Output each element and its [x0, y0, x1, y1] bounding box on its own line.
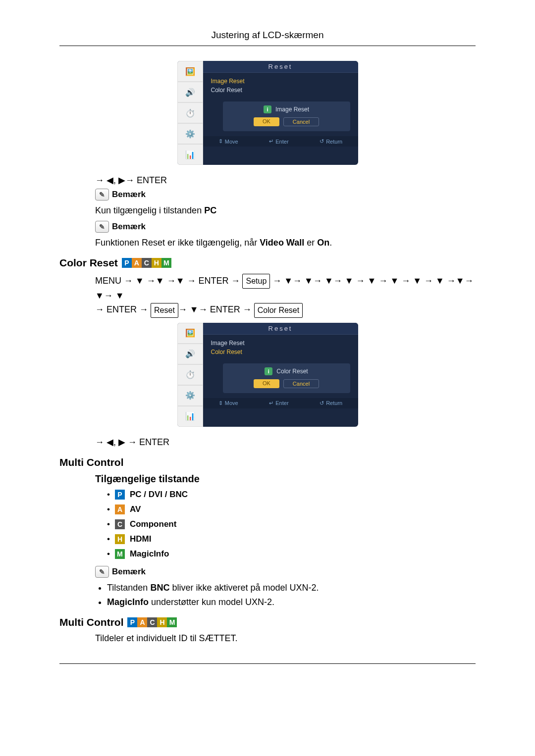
osd-item: Color Reset: [211, 348, 352, 356]
note-label: Bemærk: [112, 190, 146, 200]
ok-button[interactable]: OK: [254, 379, 279, 388]
mode-item: •HHDMI: [107, 534, 476, 544]
osd-footer: ⇕Move ↵Enter ↺Return: [203, 398, 358, 408]
menu-path: MENU → ▼ →▼ →▼ → ENTER → Setup → ▼→ ▼→ ▼…: [95, 274, 476, 318]
osd-item: Image Reset: [211, 77, 352, 86]
note-icon: ✎: [95, 221, 109, 233]
sub-modes: Tilgængelige tilstande: [95, 473, 476, 485]
note-heading: ✎ Bemærk: [95, 221, 476, 233]
badge-c: C: [115, 519, 125, 529]
cancel-button[interactable]: Cancel: [283, 379, 319, 388]
osd-dialog-title: Color Reset: [276, 368, 308, 375]
section-multi-control: Multi Control: [59, 456, 476, 468]
setup-box: Setup: [242, 274, 270, 289]
section-color-reset: Color Reset P A C H M: [59, 257, 476, 269]
note-heading: ✎ Bemærk: [95, 189, 476, 201]
osd-title: Reset: [203, 323, 358, 335]
note-list-item: Tilstanden BNC bliver ikke aktiveret på …: [107, 583, 476, 593]
cancel-button[interactable]: Cancel: [283, 117, 319, 126]
osd-dialog: i Color Reset OK Cancel: [223, 363, 350, 393]
badge-a: A: [137, 617, 147, 627]
osd-sidebar-icon: 📊: [177, 144, 203, 165]
info-icon: i: [265, 367, 272, 375]
badge-p: P: [115, 490, 125, 500]
osd-dialog-title: Image Reset: [275, 106, 309, 113]
osd-foot-move: ⇕Move: [218, 138, 238, 145]
note-icon: ✎: [95, 189, 109, 201]
mc-description: Tildeler et individuelt ID til SÆTTET.: [95, 633, 476, 644]
info-icon: i: [264, 105, 271, 113]
nav-sequence: → ◀, ▶ → ENTER: [95, 437, 476, 448]
badge-m: M: [167, 617, 177, 627]
osd-item: Color Reset: [211, 86, 352, 95]
badge-c: C: [142, 258, 152, 268]
note-body: Kun tilgængelig i tilstanden PC: [95, 205, 476, 216]
note-heading: ✎ Bemærk: [95, 566, 476, 578]
badge-h: H: [152, 258, 161, 268]
note-body: Funktionen Reset er ikke tilgængelig, nå…: [95, 238, 476, 248]
osd-foot-enter: ↵Enter: [269, 400, 288, 406]
mode-badges: P A C H M: [122, 258, 171, 268]
badge-m: M: [115, 549, 125, 559]
mode-item: •CComponent: [107, 519, 476, 529]
osd-sidebar-icon: ⚙️: [177, 123, 203, 144]
osd-sidebar: 🖼️ 🔊 ⏱️ ⚙️ 📊: [177, 61, 203, 165]
osd-foot-return: ↺Return: [320, 400, 342, 406]
osd-screenshot-2: 🖼️ 🔊 ⏱️ ⚙️ 📊 Reset Image Reset Color Res…: [59, 323, 476, 427]
osd-sidebar-icon: 📊: [177, 406, 203, 427]
note-label: Bemærk: [112, 222, 146, 232]
badge-p: P: [127, 617, 137, 627]
section-multi-control-2: Multi Control P A C H M: [59, 616, 476, 628]
note-label: Bemærk: [112, 567, 146, 577]
page: Justering af LCD-skærmen 🖼️ 🔊 ⏱️ ⚙️ 📊 Re…: [0, 0, 535, 704]
osd-sidebar-icon: ⏱️: [177, 364, 203, 385]
badge-h: H: [157, 617, 167, 627]
badge-c: C: [147, 617, 157, 627]
osd-foot-enter: ↵Enter: [269, 138, 288, 145]
page-title: Justering af LCD-skærmen: [59, 30, 476, 46]
color-reset-box: Color Reset: [254, 303, 303, 318]
nav-sequence: → ◀, ▶→ ENTER: [95, 175, 476, 186]
badge-m: M: [161, 258, 171, 268]
osd-sidebar-icon: ⚙️: [177, 385, 203, 406]
osd-sidebar-icon: 🔊: [177, 82, 203, 102]
osd-sidebar-icon: ⏱️: [177, 102, 203, 123]
mode-item: •PPC / DVI / BNC: [107, 490, 476, 500]
osd-footer: ⇕Move ↵Enter ↺Return: [203, 136, 358, 147]
osd-sidebar-icon: 🖼️: [177, 61, 203, 82]
note-list-item: MagicInfo understøtter kun model UXN-2.: [107, 597, 476, 607]
ok-button[interactable]: OK: [254, 117, 279, 126]
osd-sidebar: 🖼️ 🔊 ⏱️ ⚙️ 📊: [177, 323, 203, 427]
modes-list: •PPC / DVI / BNC •AAV •CComponent •HHDMI…: [107, 490, 476, 559]
osd-dialog: i Image Reset OK Cancel: [223, 101, 350, 131]
osd-foot-return: ↺Return: [320, 138, 342, 145]
badge-a: A: [115, 504, 125, 514]
badge-a: A: [132, 258, 142, 268]
osd-items: Image Reset Color Reset: [203, 73, 358, 99]
osd-items: Image Reset Color Reset: [203, 335, 358, 360]
note-list: Tilstanden BNC bliver ikke aktiveret på …: [107, 583, 476, 607]
badge-h: H: [115, 534, 125, 544]
mode-item: •MMagicInfo: [107, 549, 476, 559]
osd-foot-move: ⇕Move: [218, 400, 238, 406]
reset-box: Reset: [151, 303, 178, 318]
footer-divider: [59, 663, 476, 664]
badge-p: P: [122, 258, 132, 268]
osd-sidebar-icon: 🖼️: [177, 323, 203, 344]
osd-item: Image Reset: [211, 339, 352, 348]
mode-item: •AAV: [107, 504, 476, 514]
osd-title: Reset: [203, 61, 358, 73]
osd-screenshot-1: 🖼️ 🔊 ⏱️ ⚙️ 📊 Reset Image Reset Color Res…: [59, 61, 476, 165]
mode-badges: P A C H M: [127, 617, 177, 627]
note-icon: ✎: [95, 566, 109, 578]
osd-sidebar-icon: 🔊: [177, 344, 203, 364]
